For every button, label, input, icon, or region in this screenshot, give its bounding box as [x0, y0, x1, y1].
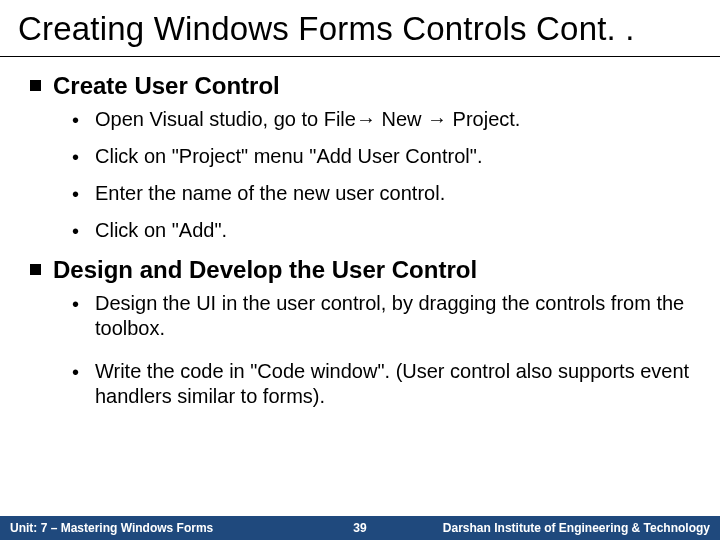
section-heading: Create User Control [30, 71, 690, 101]
list-item: • Design the UI in the user control, by … [72, 291, 690, 341]
list-item: • Click on "Add". [72, 218, 690, 243]
square-bullet-icon [30, 80, 41, 91]
dot-bullet-icon: • [72, 108, 84, 132]
bullet-text: Enter the name of the new user control. [95, 181, 445, 206]
bullet-text: Write the code in "Code window". (User c… [95, 359, 690, 409]
dot-bullet-icon: • [72, 219, 84, 243]
dot-bullet-icon: • [72, 360, 84, 384]
dot-bullet-icon: • [72, 292, 84, 316]
section-heading-text: Design and Develop the User Control [53, 255, 477, 285]
square-bullet-icon [30, 264, 41, 275]
bullet-text: Click on "Add". [95, 218, 227, 243]
bullet-text: Open Visual studio, go to File→ New → Pr… [95, 107, 520, 132]
slide-title: Creating Windows Forms Controls Cont. . [0, 0, 720, 57]
section-1: Create User Control [30, 71, 690, 101]
footer: Unit: 7 – Mastering Windows Forms 39 Dar… [0, 516, 720, 540]
footer-unit: Unit: 7 – Mastering Windows Forms [0, 521, 330, 535]
list-item: • Click on "Project" menu "Add User Cont… [72, 144, 690, 169]
list-item: • Enter the name of the new user control… [72, 181, 690, 206]
bullet-text: Design the UI in the user control, by dr… [95, 291, 690, 341]
section-heading-text: Create User Control [53, 71, 280, 101]
footer-page-number: 39 [330, 521, 390, 535]
section-2: Design and Develop the User Control [30, 255, 690, 285]
section-heading: Design and Develop the User Control [30, 255, 690, 285]
footer-institute: Darshan Institute of Engineering & Techn… [390, 521, 720, 535]
section-1-bullets: • Open Visual studio, go to File→ New → … [30, 107, 690, 243]
list-item: • Open Visual studio, go to File→ New → … [72, 107, 690, 132]
dot-bullet-icon: • [72, 145, 84, 169]
slide: Creating Windows Forms Controls Cont. . … [0, 0, 720, 540]
section-2-bullets: • Design the UI in the user control, by … [30, 291, 690, 409]
slide-content: Create User Control • Open Visual studio… [0, 57, 720, 409]
bullet-text: Click on "Project" menu "Add User Contro… [95, 144, 482, 169]
dot-bullet-icon: • [72, 182, 84, 206]
list-item: • Write the code in "Code window". (User… [72, 359, 690, 409]
